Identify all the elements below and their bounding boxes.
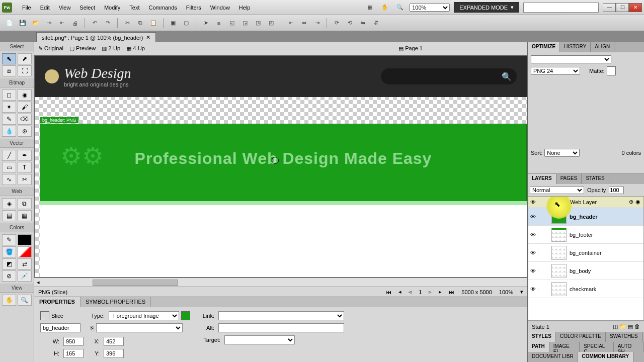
freeform-tool[interactable]: ∿ [2,174,16,185]
tab-path[interactable]: PATH [528,342,549,352]
scroll-thumb[interactable] [93,280,178,286]
align-left-icon[interactable]: ⇤ [285,18,296,29]
default-colors[interactable]: ◩ [2,258,16,269]
tab-history[interactable]: HISTORY [560,42,591,52]
layer-row-bg-body[interactable]: 👁 bg_body [528,262,643,280]
tab-image-editing[interactable]: IMAGE EI [549,342,580,352]
minimize-button[interactable]: — [603,3,616,12]
paste-icon[interactable]: 📋 [148,18,159,29]
tab-common-library[interactable]: COMMON LIBRARY [578,352,634,362]
maximize-button[interactable]: ☐ [616,3,629,12]
hotspot-tool[interactable]: ◈ [2,198,16,209]
hand-tool[interactable]: ✋ [2,295,16,306]
nav-fwd-icon[interactable]: ▹ [429,289,432,295]
nav-last-icon[interactable]: ⏭ [449,289,454,295]
hand-icon[interactable]: ✋ [379,2,390,13]
zoom-tool[interactable]: 🔍 [18,295,32,306]
new-layer-icon[interactable]: ▤ [628,323,633,329]
marquee-tool[interactable]: ◻ [2,89,16,101]
type-select[interactable]: Foreground Image [109,311,179,320]
menu-window[interactable]: Window [206,3,234,13]
tab-symbol-properties[interactable]: SYMBOL PROPERTIES [80,297,151,307]
visibility-icon[interactable]: 👁 [528,286,538,292]
workspace-switcher[interactable]: EXPANDED MODE▾ [454,2,519,13]
bridge-icon[interactable]: ▦ [364,2,375,13]
tab-layers[interactable]: LAYERS [528,174,556,184]
new-folder-icon[interactable]: 📁 [619,323,626,329]
import-icon[interactable]: ⇥ [43,18,54,29]
export-icon[interactable]: ⎘ [91,325,94,331]
hide-slice-tool[interactable]: ▤ [2,210,16,221]
visibility-icon[interactable]: 👁 [528,199,538,205]
tab-pages[interactable]: PAGES [556,174,582,184]
bg-header-slice[interactable]: bg_header: PNG ⚙⚙ Professional Web Desig… [40,124,527,202]
menu-select[interactable]: Select [75,3,99,13]
view-2up[interactable]: ▥ 2-Up [102,45,120,52]
zoom-select[interactable]: 100% [410,4,450,12]
arrange-backward-icon[interactable]: ◳ [253,18,264,29]
open-icon[interactable]: 📂 [30,18,41,29]
show-slice-tool[interactable]: ▦ [18,210,32,221]
layer-row-bg-header[interactable]: 👁 bg_header [528,208,643,226]
export-icon[interactable]: ⇤ [56,18,67,29]
help-search-input[interactable] [523,3,599,13]
menu-commands[interactable]: Commands [145,3,181,13]
group-icon[interactable]: ▣ [168,18,179,29]
crop-tool[interactable]: ⧈ [2,65,16,76]
swap-colors[interactable]: ⇄ [18,258,32,269]
matte-swatch[interactable] [607,66,616,75]
layer-row-bg-container[interactable]: 👁 bg_container [528,244,643,262]
menu-modify[interactable]: Modify [100,3,124,13]
tab-swatches[interactable]: SWATCHES [606,332,642,342]
pencil-tool[interactable]: ✎ [2,114,16,125]
menu-view[interactable]: View [55,3,75,13]
close-button[interactable]: ✕ [629,3,642,12]
menu-text[interactable]: Text [125,3,143,13]
text-tool[interactable]: T [18,162,32,173]
nav-prev-icon[interactable]: ◂ [398,289,401,295]
page-indicator[interactable]: ▤ Page 1 [398,45,423,52]
brush-tool[interactable]: 🖌 [18,102,32,113]
save-icon[interactable]: 💾 [17,18,28,29]
new-icon[interactable]: 📄 [4,18,15,29]
slice-name-input[interactable] [40,323,80,332]
tab-color-palette[interactable]: COLOR PALETTE [556,332,606,342]
visibility-icon[interactable]: 👁 [528,232,538,238]
view-4up[interactable]: ▦ 4-Up [126,45,145,52]
opacity-input[interactable] [609,186,624,194]
share-icon[interactable]: ⊕ [629,199,633,205]
delete-layer-icon[interactable]: 🗑 [634,323,640,329]
canvas-viewport[interactable]: Web Design bright and original designs 🔍… [34,55,527,278]
knife-tool[interactable]: ✂ [18,174,32,185]
slice-color-swatch[interactable] [181,311,190,320]
fill-swatch[interactable] [18,246,32,257]
sort-select[interactable]: None [544,149,580,157]
blur-tool[interactable]: 💧 [2,126,16,137]
tab-properties[interactable]: PROPERTIES [34,297,80,307]
tab-auto-shapes[interactable]: AUTO SH [614,342,644,352]
w-input[interactable] [63,337,84,346]
align-right-icon[interactable]: ⇥ [311,18,323,29]
layer-web-layer[interactable]: 👁 ▸ 📁 Web Layer ⊕ ◉ [528,197,643,208]
eraser-tool[interactable]: ⌫ [18,114,32,125]
tab-align[interactable]: ALIGN [591,42,614,52]
scale-tool[interactable]: ⛶ [18,65,32,76]
tab-special[interactable]: SPECIAL C [580,342,614,352]
visibility-icon[interactable]: 👁 [528,250,538,256]
alt-input[interactable] [218,323,344,332]
tab-states[interactable]: STATES [582,174,609,184]
layer-row-checkmark[interactable]: 👁 checkmark [528,280,643,298]
ungroup-icon[interactable]: ▢ [181,18,192,29]
flip-h-icon[interactable]: ⇋ [357,18,368,29]
horizontal-scrollbar[interactable]: ◂ [34,278,527,287]
format-select[interactable]: PNG 24 [531,67,580,75]
stroke-color[interactable]: ✎ [2,234,16,245]
zoom-icon[interactable]: 🔍 [394,2,406,13]
visibility-icon[interactable]: 👁 [528,268,538,274]
subselect-tool[interactable]: ⬈ [18,53,32,64]
nav-back-icon[interactable]: ◃ [409,289,412,295]
radio-icon[interactable]: ◉ [635,199,640,205]
nav-next-icon[interactable]: ▸ [439,289,442,295]
tab-styles[interactable]: STYLES [528,332,556,342]
rotate-ccw-icon[interactable]: ⟲ [344,18,355,29]
